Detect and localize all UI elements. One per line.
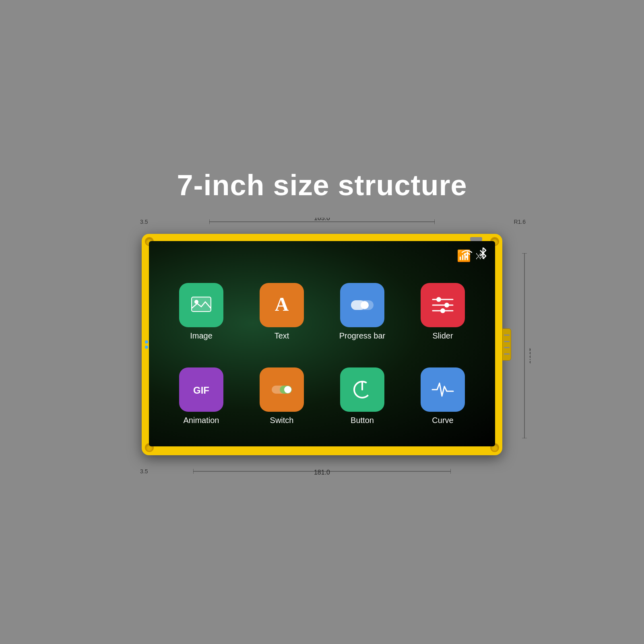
dim-bl-annotation: 3.5	[140, 468, 148, 475]
app-label-animation: Animation	[184, 416, 219, 425]
dim-tr-radius-annotation: R1.6	[514, 219, 526, 225]
svg-point-14	[444, 303, 449, 308]
app-item-animation[interactable]: GIF Animation	[161, 354, 242, 438]
top-component	[470, 237, 482, 241]
led-1	[145, 341, 148, 344]
app-icon-switch[interactable]	[260, 367, 304, 412]
app-icon-animation[interactable]: GIF	[179, 367, 223, 412]
svg-point-20	[284, 386, 291, 393]
svg-text:A: A	[275, 293, 289, 315]
svg-point-10	[361, 301, 369, 309]
leds-left	[145, 341, 148, 349]
app-icon-progress[interactable]	[340, 283, 384, 327]
svg-point-12	[436, 297, 441, 302]
app-icon-slider[interactable]	[421, 283, 465, 327]
app-icon-text[interactable]: A	[260, 283, 304, 327]
app-label-switch: Switch	[270, 416, 294, 425]
svg-point-4	[466, 256, 468, 258]
app-grid: Image A Text	[149, 265, 495, 446]
diagram-container: 165.0 3.5 R1.6 📶	[118, 218, 526, 475]
pin-4	[504, 353, 510, 355]
app-label-slider: Slider	[432, 331, 453, 341]
app-label-progress: Progress bar	[339, 331, 386, 341]
app-item-image[interactable]: Image	[161, 269, 242, 354]
svg-text:181.0: 181.0	[314, 469, 330, 475]
svg-point-6	[194, 300, 198, 304]
app-label-text: Text	[275, 331, 289, 341]
pin-3	[504, 347, 510, 348]
svg-text:165.0: 165.0	[314, 218, 330, 221]
app-item-text[interactable]: A Text	[242, 269, 322, 354]
led-2	[145, 346, 148, 349]
app-item-slider[interactable]: Slider	[402, 269, 483, 354]
app-item-switch[interactable]: Switch	[242, 354, 322, 438]
app-item-button[interactable]: Button	[322, 354, 402, 438]
app-label-button: Button	[351, 416, 374, 425]
pcb-board: 📶 ⯵	[142, 234, 502, 455]
app-item-progress[interactable]: Progress bar	[322, 269, 402, 354]
page-title: 7-inch size structure	[177, 169, 467, 202]
pin-1	[504, 334, 510, 336]
app-icon-image[interactable]	[179, 283, 223, 327]
svg-point-16	[440, 308, 445, 313]
dim-top-annotation: 165.0	[209, 218, 435, 226]
svg-text:100.0: 100.0	[528, 348, 530, 364]
app-icon-curve[interactable]	[421, 367, 465, 412]
dim-bottom-annotation: 181.0	[193, 467, 451, 475]
wifi-svg-icon	[460, 248, 473, 258]
display-screen: 📶 ⯵	[149, 241, 495, 446]
pin-2	[504, 341, 510, 342]
svg-text:GIF: GIF	[193, 385, 209, 396]
right-connector	[502, 328, 511, 361]
app-label-image: Image	[190, 331, 213, 341]
bluetooth-svg-icon	[479, 248, 487, 259]
app-item-curve[interactable]: Curve	[402, 354, 483, 438]
dim-right-annotation: 100.0	[518, 253, 530, 440]
app-icon-button[interactable]	[340, 367, 384, 412]
app-label-curve: Curve	[432, 416, 453, 425]
dim-tl-annotation: 3.5	[140, 219, 148, 225]
